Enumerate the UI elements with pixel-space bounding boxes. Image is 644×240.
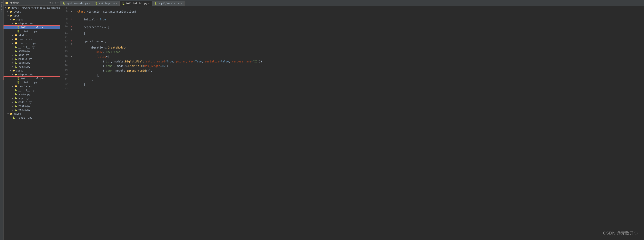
line-number: 7 [60, 14, 70, 17]
tab-label: 0001_initial.py [126, 2, 147, 5]
chevron-right-icon [14, 26, 17, 29]
line-gutter [70, 50, 76, 55]
fold-icon[interactable]: ▼ [71, 10, 72, 12]
folder-icon: 📁 [14, 42, 18, 45]
tab-settings[interactable]: 🐍 settings.py ✕ [93, 1, 120, 6]
line-number: 19 [60, 69, 70, 73]
sidebar-item-migrations-app02[interactable]: ▼ 📁 migrations [4, 73, 60, 76]
sidebar-item-day04-inner[interactable]: ▼ 📁 day04 [4, 112, 60, 116]
chevron-right-icon: ▶ [12, 62, 14, 64]
chevron-right-icon: ▶ [12, 34, 14, 36]
sidebar-item-tests-app01[interactable]: ▶ 🐍 tests.py [4, 61, 60, 65]
line-gutter [70, 69, 76, 73]
line-content: ] [76, 31, 644, 36]
sidebar-item-apps-app02[interactable]: ▶ 🐍 apps.py [4, 96, 60, 100]
folder-icon: 📁 [14, 38, 18, 41]
sidebar-item-init-app01-mig[interactable]: 🐍 __init__.py [4, 29, 60, 33]
fold-icon[interactable]: ▼ [71, 29, 72, 31]
line-content [76, 36, 644, 39]
py-file-icon: 🐍 [14, 53, 18, 56]
tab-0001-initial[interactable]: 🐍 0001_initial.py ✕ [120, 1, 152, 6]
sidebar-item-label: apps.py [18, 53, 29, 56]
sidebar-item-views-app01[interactable]: ▶ 🐍 views.py [4, 65, 60, 69]
py-icon: 🐍 [154, 2, 157, 5]
structure-panel[interactable]: Structure [0, 0, 4, 240]
line-gutter [70, 31, 76, 36]
code-line-13: 13 ↑ ▼ operations = [ [60, 39, 644, 45]
sidebar-item-0001-initial-app01[interactable]: 🐍 0001_initial.py [4, 25, 60, 29]
sidebar-minimize-icon[interactable]: — [57, 1, 59, 4]
main-editor-area: 🐍 app01/models.py ✕ 🐍 settings.py ✕ 🐍 00… [60, 0, 644, 240]
sidebar-item-label: migrations [18, 22, 33, 25]
line-content [76, 22, 644, 25]
sidebar-item-admin-app02[interactable]: 🐍 admin.py [4, 92, 60, 96]
py-file-icon: 🐍 [14, 61, 18, 64]
line-number: 17 [60, 59, 70, 64]
sidebar-item-init-app01[interactable]: 🐍 __init__.py [4, 45, 60, 49]
tab-close-icon[interactable]: ✕ [148, 3, 150, 5]
code-line-14: 14 migrations.CreateModel( [60, 45, 644, 50]
sidebar-collapse-icon[interactable]: ≡ [52, 1, 53, 4]
line-content: class Migration(migrations.Migration): [76, 10, 644, 14]
sidebar-item-views-app02[interactable]: ▶ 🐍 views.py [4, 108, 60, 112]
sidebar-item-models-app01[interactable]: ▶ 🐍 models.py [4, 57, 60, 61]
chevron-down-icon: ▼ [12, 22, 14, 25]
folder-icon: 📁 [12, 69, 15, 72]
sidebar-item-label: templates [18, 85, 32, 88]
chevron-down-icon: ▼ [12, 74, 14, 76]
code-line-16: 16 ▼ fields=[ [60, 55, 644, 59]
sidebar-item-static[interactable]: ▶ 📁 static [4, 33, 60, 37]
folder-icon: 📁 [8, 6, 10, 9]
sidebar-item-label: tests.py [18, 61, 30, 64]
sidebar-item-templates-app02[interactable]: ▶ 📁 templates [4, 84, 60, 88]
tab-close-icon[interactable]: ✕ [181, 2, 182, 5]
sidebar-item-templatetags[interactable]: ▶ 📁 templatetags [4, 41, 60, 45]
chevron-down-icon: ▼ [10, 19, 12, 21]
sidebar-item-app01[interactable]: ▼ 📁 app01 [4, 18, 60, 22]
tabs-bar: 🐍 app01/models.py ✕ 🐍 settings.py ✕ 🐍 00… [60, 0, 644, 6]
py-file-icon: 🐍 [14, 65, 18, 68]
line-gutter [70, 14, 76, 17]
line-gutter: ↑ ▼ [70, 25, 76, 31]
sidebar-gear-icon[interactable]: ⚙ [50, 1, 51, 4]
line-gutter [70, 45, 76, 50]
chevron-right-icon: ▶ [12, 42, 14, 44]
spacer [12, 50, 14, 52]
sidebar-item-init-day04[interactable]: 🐍 __init__.py [4, 116, 60, 120]
code-line-6: 6 ▼ class Migration(migrations.Migration… [60, 10, 644, 14]
fold-icon[interactable]: ▼ [71, 55, 72, 58]
py-file-icon: 🐍 [14, 104, 18, 107]
sidebar-item-init-app02-mig[interactable]: 🐍 __init__.py [4, 80, 60, 84]
code-editor[interactable]: 5 6 ▼ class Migration(migrations.Migrati… [60, 6, 644, 240]
line-gutter [70, 59, 76, 64]
tab-models-app02[interactable]: 🐍 app02/models.py ✕ [152, 1, 184, 6]
tab-close-icon[interactable]: ✕ [116, 2, 117, 5]
py-file-icon: 🐍 [14, 96, 18, 100]
tab-models-app01[interactable]: 🐍 app01/models.py ✕ [60, 1, 93, 6]
sidebar-item-migrations-app01[interactable]: ▼ 📁 migrations [4, 22, 60, 25]
sidebar-item-label: static [18, 34, 27, 37]
sidebar-item-tests-app02[interactable]: ▶ 🐍 tests.py [4, 104, 60, 108]
code-line-9: 9 [60, 22, 644, 25]
sidebar-item-apps-app01[interactable]: ▶ 🐍 apps.py [4, 53, 60, 57]
sidebar-item-venv[interactable]: ▶ 📁 .venv [4, 10, 60, 14]
sidebar-item-templates-app01[interactable]: ▶ 📁 templates [4, 37, 60, 41]
sidebar-item-0001-initial-app02[interactable]: 🐍 0001_initial.py [4, 76, 60, 80]
py-file-icon: 🐍 [17, 77, 20, 80]
line-gutter [70, 22, 76, 25]
fold-icon[interactable]: ▼ [71, 43, 72, 45]
line-number: 8 [60, 17, 70, 22]
sidebar-item-app02[interactable]: ▼ 📁 app02 [4, 69, 60, 73]
code-line-11: 11 ] [60, 31, 644, 36]
sidebar-item-day04[interactable]: ▼ 📁 day04 ~/PycharmProjects/5x_django_..… [4, 6, 60, 10]
sidebar-item-models-app02[interactable]: ▶ 🐍 models.py [4, 100, 60, 104]
tab-close-icon[interactable]: ✕ [89, 2, 90, 5]
sidebar-item-admin-app01[interactable]: 🐍 admin.py [4, 49, 60, 53]
arrow-up-icon: ↑ [71, 25, 72, 28]
sidebar-item-apps[interactable]: ▼ 📁 apps [4, 14, 60, 18]
sidebar-settings-icon[interactable]: ⚙ [55, 1, 56, 4]
tab-label: app02/models.py [158, 2, 180, 5]
py-file-icon: 🐍 [17, 81, 20, 84]
sidebar-item-init-app02[interactable]: 🐍 __init__.py [4, 88, 60, 92]
line-number: 11 [60, 31, 70, 36]
